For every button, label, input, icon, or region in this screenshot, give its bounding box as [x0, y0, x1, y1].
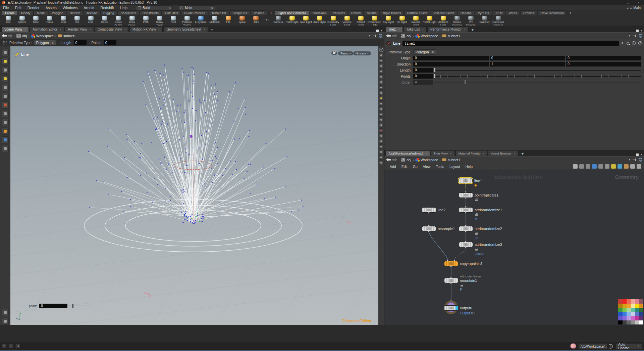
close-tab-icon[interactable]: × — [450, 151, 452, 156]
notes-icon[interactable] — [611, 164, 616, 169]
viewport-lock-button[interactable] — [331, 51, 337, 55]
reference-plane-icon[interactable] — [379, 107, 383, 111]
input-port[interactable] — [447, 260, 448, 261]
node-name-label[interactable]: attribrandomize1 — [475, 208, 502, 212]
select-tool-icon[interactable] — [2, 67, 9, 74]
search-icon[interactable] — [630, 164, 635, 169]
points-input[interactable]: 0 — [104, 40, 116, 45]
palette-swatch[interactable] — [639, 312, 644, 316]
shelf-tool-torus[interactable]: Torus — [43, 15, 56, 27]
primitive-type-dropdown[interactable]: Polygon ⇅ — [34, 40, 56, 45]
visualizer-icon[interactable] — [379, 128, 383, 133]
shading-icon[interactable] — [379, 85, 383, 90]
palette-swatch[interactable] — [639, 316, 644, 320]
input-port[interactable] — [465, 206, 467, 208]
palette-swatch[interactable] — [623, 320, 627, 325]
param-origin-field-2[interactable]: 0 — [566, 56, 641, 60]
forward-button[interactable] — [392, 34, 397, 38]
shelf-tool-environment-light[interactable]: Environment Light — [368, 15, 381, 27]
shelf-tool-sphere[interactable]: Sphere — [15, 15, 29, 27]
net-menu-go[interactable]: Go — [410, 165, 420, 169]
eye-icon[interactable] — [637, 164, 641, 169]
palette-swatch[interactable] — [627, 308, 631, 312]
pane-maximize-icon[interactable] — [376, 30, 379, 32]
box-pick-icon[interactable] — [624, 164, 629, 169]
tab-obj-workspace-subnet1[interactable]: /obj/Workspace/subnet1× — [386, 150, 430, 156]
palette-swatch[interactable] — [635, 304, 639, 308]
display-flag-orange[interactable] — [474, 184, 477, 187]
help-icon[interactable]: ? — [638, 41, 642, 45]
shelf-tool-area-light[interactable]: Area Light — [313, 15, 326, 27]
param-direction-field-2[interactable]: 0 — [566, 62, 641, 67]
forward-button[interactable] — [392, 158, 397, 162]
param-direction-field-1[interactable]: 1 — [490, 62, 565, 67]
shelf-tab-model[interactable]: Model — [34, 10, 49, 15]
select-style-icon[interactable] — [2, 75, 9, 82]
wire-attribrandomize3-to-copytopoints1[interactable] — [454, 248, 466, 261]
breadcrumb-subnet1[interactable]: subnet1 — [441, 158, 461, 162]
flipbook-icon[interactable] — [379, 64, 383, 68]
shelf-overflow-icon[interactable]: ▼ ⁞ — [263, 15, 271, 25]
shelf-tab-particles[interactable]: Particles — [330, 10, 348, 15]
output-port[interactable] — [465, 212, 467, 214]
net-menu-add[interactable]: Add — [387, 165, 399, 169]
main-desk-label[interactable]: Main — [633, 6, 641, 10]
palette-swatch[interactable] — [635, 320, 639, 325]
back-button[interactable] — [2, 34, 7, 38]
desktop-selector[interactable]: Build ⇅ — [136, 5, 173, 10]
tab-composite-view[interactable]: Composite View× — [95, 27, 129, 32]
node-copytopoints1[interactable] — [444, 261, 458, 266]
shelf-tab-particle-fluids[interactable]: Particle Fluids — [404, 10, 430, 15]
slider-handle[interactable] — [465, 80, 466, 84]
instance-icon[interactable] — [379, 123, 383, 127]
back-button[interactable] — [386, 34, 391, 38]
palette-swatch[interactable] — [618, 316, 623, 320]
shelf-tab-deform[interactable]: Deform — [67, 10, 83, 15]
node-name-label[interactable]: line2 — [438, 208, 445, 212]
palette-swatch[interactable] — [618, 320, 623, 325]
breadcrumb-subnet1[interactable]: subnet1 — [441, 34, 461, 38]
shelf-tool-tube[interactable]: Tube — [29, 15, 43, 27]
forward-button[interactable] — [8, 34, 13, 38]
node-name-label[interactable]: output0 — [460, 306, 472, 310]
pane-menu-icon[interactable]: ▾ — [641, 29, 642, 32]
shelf-tab-hair-utils[interactable]: Hair Utils — [162, 10, 181, 15]
maximize-button[interactable]: □ — [627, 1, 629, 4]
tab-performance-monitor[interactable]: Performance Monitor× — [427, 27, 469, 32]
shelf-tab-volume[interactable]: Volume — [251, 10, 267, 15]
grip-icon[interactable] — [627, 6, 632, 9]
input-port[interactable] — [450, 299, 452, 301]
points-overlay-input[interactable]: 0 — [39, 304, 67, 308]
select-mode-icon[interactable] — [9, 344, 13, 348]
close-tab-icon[interactable]: × — [425, 151, 427, 156]
toolbar-grip-icon[interactable] — [3, 41, 7, 45]
node-attribrandomize3[interactable] — [459, 242, 473, 247]
output-port[interactable] — [465, 197, 467, 199]
shelf-tool-l-system[interactable]: L-System — [194, 15, 208, 27]
shelf-tab-modify[interactable]: Modify — [18, 10, 34, 15]
pin-icon[interactable] — [633, 158, 636, 161]
breadcrumb-workspace[interactable]: Workspace — [30, 34, 54, 38]
node-name-input[interactable]: line1 — [402, 41, 619, 46]
objects-icon[interactable] — [379, 80, 383, 84]
breadcrumb-obj[interactable]: obj — [16, 34, 28, 38]
palette-swatch[interactable] — [635, 299, 639, 304]
net-menu-help[interactable]: Help — [463, 165, 475, 169]
material-icon[interactable] — [379, 75, 383, 79]
shelf-tab-oceans[interactable]: Oceans — [458, 10, 475, 15]
pane-menu-icon[interactable]: ▾ — [641, 153, 642, 156]
palette-swatch[interactable] — [635, 308, 639, 312]
close-tab-icon[interactable]: × — [158, 28, 160, 32]
pane-maximize-icon[interactable] — [636, 30, 639, 32]
shelf-tool-gamepad-camera[interactable]: Gamepad Camera — [491, 15, 505, 27]
close-tab-icon[interactable]: × — [204, 28, 205, 32]
pin-icon[interactable] — [373, 34, 376, 37]
palette-swatch[interactable] — [631, 299, 635, 304]
shelf-tool-file[interactable]: File — [221, 15, 235, 27]
display-options-icon[interactable] — [379, 155, 383, 160]
shelf-tab-pyro-fx[interactable]: Pyro FX — [475, 10, 492, 15]
handle-mode-icon[interactable] — [15, 344, 20, 348]
breadcrumb-obj[interactable]: obj — [400, 34, 412, 38]
snapshot-icon[interactable] — [379, 69, 383, 74]
shelf-tool-stereo-camera[interactable]: Stereo Camera — [450, 15, 464, 27]
